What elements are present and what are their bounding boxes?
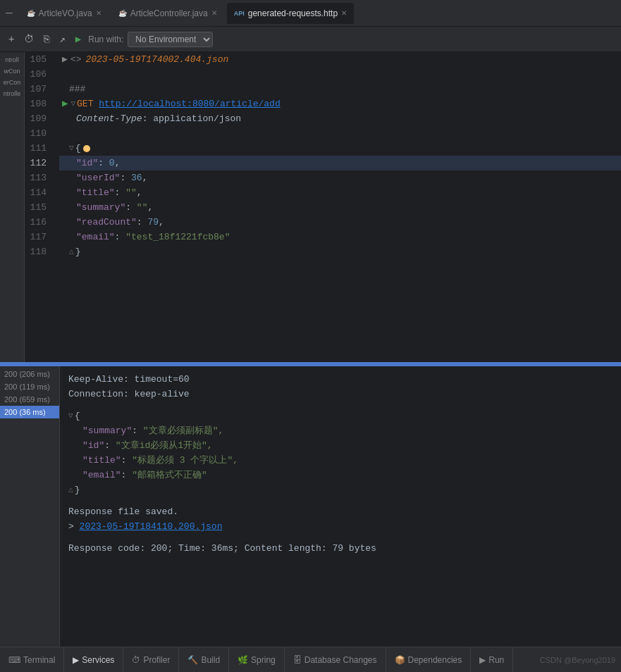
- response-content: Keep-Alive: timeout=60 Connection: keep-…: [60, 366, 621, 655]
- dependencies-icon: 📦: [395, 655, 405, 665]
- response-item-2[interactable]: 200 (659 ms): [0, 393, 59, 406]
- execute-btn[interactable]: ▶: [73, 32, 84, 46]
- tab-close-icon-2[interactable]: ✕: [211, 9, 217, 17]
- nav-item-3: erCon: [0, 77, 24, 87]
- comma-userid: ,: [142, 170, 148, 185]
- tab-close-icon-3[interactable]: ✕: [341, 9, 347, 17]
- code-line-110: [59, 126, 621, 141]
- resp-header-2: Connection: keep-alive: [68, 387, 613, 402]
- code-line-108: ▶ ▽ GET http://localhost:8080/article/ad…: [59, 97, 621, 111]
- response-panel: 200 (206 ms) 200 (119 ms) 200 (659 ms) 2…: [0, 366, 621, 655]
- status-services[interactable]: ▶ Services: [64, 647, 123, 672]
- colon-summary: :: [125, 200, 137, 215]
- resp-saved-link: > 2023-05-19T184110.200.json: [68, 519, 613, 534]
- ln-105: 105: [25, 52, 51, 67]
- fold-resp-close[interactable]: △: [68, 483, 73, 497]
- code-line-107: ###: [59, 82, 621, 97]
- nav-item-4: ntrolle: [0, 89, 24, 99]
- resp-title: "title" : "标题必须 3 个字以上",: [68, 453, 613, 468]
- key-readcount: "readCount": [76, 215, 137, 230]
- code-line-117: "email" : "test_18f1221fcb8e": [59, 230, 621, 244]
- key-email: "email": [76, 230, 115, 244]
- watermark: CSDN @Beyong2019: [540, 656, 621, 664]
- resp-code-line: Response code: 200; Time: 36ms; Content …: [68, 541, 613, 556]
- ln-114: 114: [25, 185, 51, 200]
- code-line-106: [59, 67, 621, 82]
- resp-spacer3: [68, 534, 613, 541]
- colon-email: :: [115, 230, 126, 244]
- val-email: "test_18f1221fcb8e": [125, 230, 230, 244]
- code-line-113: "userId" : 36 ,: [59, 170, 621, 185]
- status-terminal[interactable]: ⌨ Terminal: [0, 647, 64, 672]
- comma-id: ,: [115, 156, 121, 170]
- ln-115: 115: [25, 200, 51, 215]
- header-key-109: Content-Type: [76, 111, 142, 126]
- java-icon: ☕: [27, 9, 35, 17]
- fold-resp-open[interactable]: ▽: [68, 409, 73, 423]
- brace-open-111: {: [75, 141, 81, 156]
- response-sidebar: 200 (206 ms) 200 (119 ms) 200 (659 ms) 2…: [0, 366, 60, 655]
- line-numbers: 105 106 107 108 109 110 111 112 113 114 …: [25, 52, 56, 362]
- fold-111[interactable]: ▽: [69, 141, 74, 156]
- run-with-label: Run with:: [88, 35, 123, 44]
- java-icon-2: ☕: [118, 9, 127, 17]
- nav-item-1: ntroll: [0, 55, 24, 65]
- comment-107: ###: [69, 82, 85, 97]
- ln-107: 107: [25, 82, 51, 97]
- code-line-116: "readCount" : 79 ,: [59, 215, 621, 230]
- key-summary: "summary": [76, 200, 125, 215]
- status-profiler[interactable]: ⏱ Profiler: [123, 647, 179, 672]
- key-title: "title": [76, 185, 115, 200]
- tab-articlecontroller[interactable]: ☕ ArticleController.java ✕: [111, 3, 224, 24]
- add-btn[interactable]: +: [6, 32, 17, 46]
- method-108: GET: [77, 97, 93, 111]
- resp-link[interactable]: 2023-05-19T184110.200.json: [80, 519, 223, 534]
- run-icon: ▶: [479, 655, 486, 665]
- ln-117: 117: [25, 230, 51, 244]
- code-line-112: "id" : 0 ,: [59, 156, 621, 170]
- resp-email: "email" : "邮箱格式不正确": [68, 468, 613, 483]
- copy-btn[interactable]: ⎘: [41, 32, 52, 46]
- response-item-0[interactable]: 200 (206 ms): [0, 368, 59, 380]
- toolbar: + ⏱ ⎘ ↗ ▶ Run with: No Environment: [0, 27, 621, 52]
- run-btn-108[interactable]: ▶: [62, 97, 68, 111]
- tab-articlevo[interactable]: ☕ ArticleVO.java ✕: [20, 3, 109, 24]
- status-spring[interactable]: 🌿 Spring: [229, 647, 285, 672]
- code-editor[interactable]: 105 106 107 108 109 110 111 112 113 114 …: [25, 52, 621, 362]
- response-item-1[interactable]: 200 (119 ms): [0, 380, 59, 393]
- val-userid: 36: [131, 170, 142, 185]
- val-summary: "": [137, 200, 148, 215]
- ln-111: 111: [25, 141, 51, 156]
- code-content[interactable]: ▶ <> 2023-05-19T174002.404.json ### ▶ ▽ …: [56, 52, 621, 362]
- resp-header-1: Keep-Alive: timeout=60: [68, 372, 613, 387]
- gutter-icon-105: ▶: [62, 52, 68, 67]
- title-bar: — ☕ ArticleVO.java ✕ ☕ ArticleController…: [0, 0, 621, 27]
- editor-area: ntroll wCon erCon ntrolle 105 106 107 10…: [0, 52, 621, 362]
- ln-112: 112: [25, 156, 51, 170]
- tab-generated-requests[interactable]: API generated-requests.http ✕: [227, 3, 354, 24]
- minimize-btn[interactable]: —: [6, 7, 13, 20]
- resp-spacer2: [68, 497, 613, 504]
- code-line-109: Content-Type : application/json: [59, 111, 621, 126]
- colon-userid: :: [120, 170, 131, 185]
- brace-close-118: }: [75, 244, 81, 259]
- val-readcount: 79: [147, 215, 159, 230]
- fold-118[interactable]: △: [69, 244, 74, 259]
- colon-title: :: [115, 185, 126, 200]
- history-btn[interactable]: ⏱: [21, 32, 37, 46]
- code-line-114: "title" : "" ,: [59, 185, 621, 200]
- status-build[interactable]: 🔨 Build: [179, 647, 229, 672]
- key-id: "id": [76, 156, 98, 170]
- status-run[interactable]: ▶ Run: [471, 647, 513, 672]
- resp-summary: "summary" : "文章必须副标题",: [68, 423, 613, 438]
- ln-106: 106: [25, 67, 51, 82]
- tab-close-icon[interactable]: ✕: [96, 9, 102, 17]
- key-userid: "userId": [76, 170, 120, 185]
- colon-id: :: [98, 156, 109, 170]
- comma-readcount: ,: [159, 215, 164, 230]
- status-dependencies[interactable]: 📦 Dependencies: [386, 647, 472, 672]
- export-btn[interactable]: ↗: [56, 32, 68, 46]
- response-item-3[interactable]: 200 (36 ms): [0, 406, 59, 418]
- status-database-changes[interactable]: 🗄 Database Changes: [285, 647, 386, 672]
- environment-select[interactable]: No Environment: [128, 32, 213, 47]
